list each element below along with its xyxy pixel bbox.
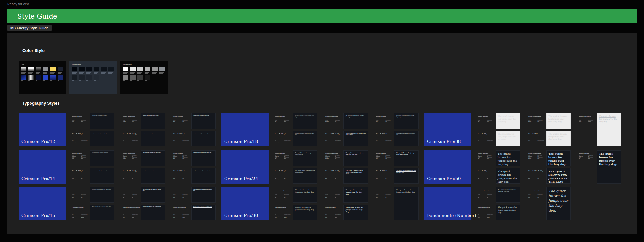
type-spec-sheet[interactable]: Crimson Pro/16/UnderlineFontCrimson ProW… — [173, 205, 190, 220]
type-size-card[interactable]: Crimson Pro/38 — [424, 113, 471, 146]
type-spec-sheet[interactable]: Crimson Pro/38/RegularFontCrimson ProWei… — [478, 131, 495, 146]
type-spec-sheet[interactable]: Crimson Pro/18/LightFontCrimson ProWeigh… — [275, 113, 292, 129]
type-specimen-card[interactable]: The quick brown fox jumps over the lazy … — [496, 205, 520, 220]
type-spec-sheet[interactable]: Crimson Pro/30/UnderlineFontCrimson ProW… — [376, 187, 393, 203]
type-specimen-card[interactable]: The quick brown fox jumps over the lazy … — [191, 131, 216, 146]
type-specimen-card[interactable]: The quick brown fox jumps over the lazy … — [293, 113, 317, 129]
type-specimen-card[interactable]: The quick brown fox jumps over the lazy … — [546, 187, 571, 220]
type-specimen-card[interactable]: THE QUICK BROWN FOX JUMPS OVER THE LAZY … — [343, 168, 368, 184]
type-spec-sheet[interactable]: Crimson Pro/18/SemiBoldFontCrimson ProWe… — [325, 113, 342, 129]
type-spec-sheet[interactable]: Crimson Pro/24/UnderlineFontCrimson ProW… — [376, 168, 393, 184]
type-specimen-card[interactable]: The quick brown fox jumps over the lazy … — [394, 150, 419, 166]
style-guide-frame[interactable]: Color Style ColorsTransparent BlackTrans… — [7, 33, 637, 234]
type-spec-sheet[interactable]: Fondamento (Number)/72FontFondamentoWeig… — [528, 187, 545, 203]
type-spec-sheet[interactable]: Crimson Pro/38/LightFontCrimson ProWeigh… — [478, 113, 495, 129]
type-spec-sheet[interactable]: Crimson Pro/14/LightFontCrimson ProWeigh… — [72, 150, 89, 166]
type-spec-sheet[interactable]: Crimson Pro/12/LightFontCrimson ProWeigh… — [72, 113, 89, 129]
type-spec-sheet[interactable]: Crimson Pro/30/SemiBoldFontCrimson ProWe… — [325, 187, 342, 203]
type-spec-sheet[interactable]: Crimson Pro/24/RegularFontCrimson ProWei… — [275, 168, 292, 184]
type-specimen-card[interactable]: The quick brown fox jumps over the lazy … — [90, 168, 114, 184]
style-guide-tag[interactable]: MB Energy Style Guide — [7, 25, 52, 31]
type-specimen-card[interactable]: The quick brown fox jumps over the lazy … — [141, 150, 165, 166]
type-specimen-card[interactable]: THE QUICK BROWN FOX JUMPS OVER THE LAZY … — [343, 131, 368, 146]
type-specimen-card[interactable]: The quick brown fox jumps over the lazy … — [293, 150, 317, 166]
type-spec-sheet[interactable]: Crimson Pro/50/LightFontCrimson ProWeigh… — [478, 150, 495, 166]
type-specimen-card[interactable]: The quick brown fox jumps over the lazy … — [141, 113, 165, 129]
type-specimen-card[interactable]: The quick brown fox jumps over the lazy … — [343, 205, 368, 220]
type-spec-sheet[interactable]: Crimson Pro/38/SemiBoldFontCrimson ProWe… — [528, 113, 545, 129]
type-spec-sheet[interactable]: Crimson Pro/12/SemiBoldFontCrimson ProWe… — [123, 113, 140, 129]
type-specimen-card[interactable]: THE QUICK BROWN FOX JUMPS OVER THE LAZY … — [546, 168, 571, 184]
type-spec-sheet[interactable]: Crimson Pro/12/BoldFontCrimson ProWeight… — [173, 113, 190, 129]
type-spec-sheet[interactable]: Crimson Pro/38/UnderlineFontCrimson ProW… — [579, 113, 596, 129]
type-specimen-card[interactable]: The quick brown fox jumps over the lazy … — [394, 168, 419, 184]
type-spec-sheet[interactable]: Crimson Pro/14/RegularFontCrimson ProWei… — [72, 168, 89, 184]
type-spec-sheet[interactable]: Crimson Pro/24/SemiBold (Uppercase)FontC… — [325, 168, 342, 184]
type-spec-sheet[interactable]: Crimson Pro/18/UnderlineFontCrimson ProW… — [376, 131, 393, 146]
type-spec-sheet[interactable]: Crimson Pro/24/BoldFontCrimson ProWeight… — [376, 150, 393, 166]
type-spec-sheet[interactable]: Crimson Pro/14/BoldFontCrimson ProWeight… — [173, 150, 190, 166]
type-spec-sheet[interactable]: Crimson Pro/16/SemiBold (Uppercase)FontC… — [123, 205, 140, 220]
type-specimen-card[interactable]: The quick brown fox jumps over the lazy … — [496, 168, 520, 184]
type-specimen-card[interactable]: The quick brown fox jumps over the lazy … — [496, 113, 520, 129]
type-specimen-card[interactable]: The quick brown fox jumps over the lazy … — [90, 205, 114, 220]
type-specimen-card[interactable]: The quick brown fox jumps over the lazy … — [90, 113, 114, 129]
type-spec-sheet[interactable]: Crimson Pro/16/LightFontCrimson ProWeigh… — [72, 187, 89, 203]
type-specimen-card[interactable]: The quick brown fox jumps over the lazy … — [394, 187, 419, 220]
type-specimen-card[interactable]: The quick brown fox jumps over the lazy … — [293, 168, 317, 184]
type-spec-sheet[interactable]: Crimson Pro/18/SemiBold (Uppercase)FontC… — [325, 131, 342, 146]
type-specimen-card[interactable]: The quick brown fox jumps over the lazy … — [343, 150, 368, 166]
type-specimen-card[interactable]: The quick brown fox jumps over the lazy … — [394, 113, 419, 129]
color-palette-card[interactable]: Transparent White — [120, 61, 168, 94]
type-specimen-card[interactable]: The quick brown fox jumps over the lazy … — [191, 187, 216, 203]
type-size-card[interactable]: Crimson Pro/18 — [221, 113, 269, 146]
type-specimen-card[interactable]: The quick brown fox jumps over the lazy … — [597, 150, 621, 184]
section-status-label[interactable]: Ready for dev — [7, 2, 29, 6]
type-spec-sheet[interactable]: Crimson Pro/30/BoldFontCrimson ProWeight… — [325, 205, 342, 220]
style-guide-section-banner[interactable]: Style Guide — [7, 9, 637, 23]
color-palette-card[interactable]: Colors — [19, 61, 66, 94]
type-specimen-card[interactable]: The quick brown fox jumps over the lazy … — [90, 131, 114, 146]
type-spec-sheet[interactable]: Crimson Pro/12/SemiBold (Uppercase)FontC… — [123, 131, 140, 146]
type-specimen-card[interactable]: The quick brown fox jumps over the lazy … — [293, 205, 317, 220]
type-size-card[interactable]: Fondamento (Number) — [424, 187, 471, 220]
type-specimen-card[interactable]: The quick brown fox jumps over the lazy … — [293, 131, 317, 146]
type-specimen-card[interactable]: The quick brown fox jumps over the lazy … — [496, 187, 520, 203]
type-spec-sheet[interactable]: Crimson Pro/24/LightFontCrimson ProWeigh… — [275, 150, 292, 166]
type-spec-sheet[interactable]: Crimson Pro/50/RegularFontCrimson ProWei… — [478, 168, 495, 184]
type-size-card[interactable]: Crimson Pro/30 — [221, 187, 269, 220]
type-specimen-card[interactable]: The quick brown fox jumps over the lazy … — [546, 131, 571, 146]
type-spec-sheet[interactable]: Crimson Pro/14/SemiBold (Uppercase)FontC… — [123, 168, 140, 184]
type-specimen-card[interactable]: The quick brown fox jumps over the lazy … — [90, 187, 114, 203]
type-spec-sheet[interactable]: Crimson Pro/16/BoldFontCrimson ProWeight… — [173, 187, 190, 203]
type-specimen-card[interactable]: The quick brown fox jumps over the lazy … — [141, 187, 165, 203]
type-spec-sheet[interactable]: Crimson Pro/50/SemiBoldFontCrimson ProWe… — [528, 150, 545, 166]
type-spec-sheet[interactable]: Crimson Pro/18/RegularFontCrimson ProWei… — [275, 131, 292, 146]
type-spec-sheet[interactable]: Crimson Pro/14/SemiBoldFontCrimson ProWe… — [123, 150, 140, 166]
type-specimen-card[interactable]: The quick brown fox jumps over the lazy … — [496, 131, 520, 146]
type-specimen-card[interactable]: The quick brown fox jumps over the lazy … — [191, 205, 216, 220]
type-specimen-card[interactable]: The quick brown fox jumps over the lazy … — [191, 168, 216, 184]
type-spec-sheet[interactable]: Crimson Pro/12/UnderlineFontCrimson ProW… — [173, 131, 190, 146]
type-spec-sheet[interactable]: Crimson Pro/24/SemiBoldFontCrimson ProWe… — [325, 150, 342, 166]
type-size-card[interactable]: Crimson Pro/12 — [19, 113, 66, 146]
type-spec-sheet[interactable]: Crimson Pro/30/RegularFontCrimson ProWei… — [275, 205, 292, 220]
type-spec-sheet[interactable]: Fondamento (Number)/24FontFondamentoWeig… — [478, 187, 495, 203]
type-specimen-card[interactable]: The quick brown fox jumps over the lazy … — [191, 150, 216, 166]
type-spec-sheet[interactable]: Crimson Pro/16/RegularFontCrimson ProWei… — [72, 205, 89, 220]
type-specimen-card[interactable]: The quick brown fox jumps over the lazy … — [90, 150, 114, 166]
type-specimen-card[interactable]: The quick brown fox jumps over the lazy … — [546, 113, 571, 129]
type-specimen-card[interactable]: The quick brown fox jumps over the lazy … — [191, 113, 216, 129]
type-spec-sheet[interactable]: Crimson Pro/12/RegularFontCrimson ProWei… — [72, 131, 89, 146]
type-specimen-card[interactable]: The quick brown fox jumps over the lazy … — [343, 113, 368, 129]
type-specimen-card[interactable]: THE QUICK BROWN FOX JUMPS OVER THE LAZY … — [141, 205, 165, 220]
type-specimen-card[interactable]: THE QUICK BROWN FOX JUMPS OVER THE LAZY … — [141, 168, 165, 184]
type-specimen-card[interactable]: The quick brown fox jumps over the lazy … — [597, 113, 621, 146]
type-specimen-card[interactable]: The quick brown fox jumps over the lazy … — [293, 187, 317, 203]
type-specimen-card[interactable]: The quick brown fox jumps over the lazy … — [546, 150, 571, 166]
type-spec-sheet[interactable]: Crimson Pro/30/LightFontCrimson ProWeigh… — [275, 187, 292, 203]
type-size-card[interactable]: Crimson Pro/14 — [19, 150, 66, 184]
color-palette-card[interactable]: Transparent Black — [69, 61, 117, 94]
type-spec-sheet[interactable]: Fondamento (Number)/36FontFondamentoWeig… — [478, 205, 495, 220]
type-specimen-card[interactable]: The quick brown fox jumps over the lazy … — [496, 150, 520, 166]
